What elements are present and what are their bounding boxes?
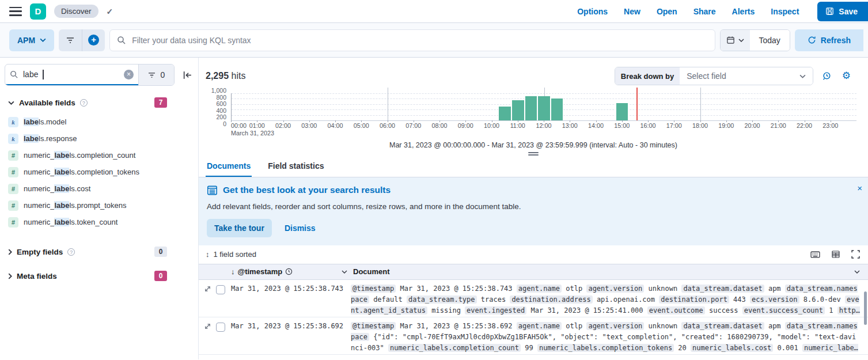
expand-row-icon[interactable] xyxy=(204,285,211,293)
chevron-down-icon xyxy=(40,38,46,42)
document-column-header[interactable]: Document xyxy=(351,267,868,276)
kql-search-input[interactable]: Filter your data using KQL syntax xyxy=(109,29,715,51)
x-tick-mark xyxy=(831,120,831,122)
number-field-icon: # xyxy=(8,200,18,211)
field-filter-count: 0 xyxy=(161,70,165,79)
data-view-picker[interactable]: APM xyxy=(9,29,54,51)
x-tick-label: 02:00 xyxy=(275,122,291,129)
field-list-item[interactable]: klabels.model xyxy=(5,113,194,130)
field-search-input[interactable]: labe × xyxy=(5,65,138,85)
refresh-button[interactable]: Refresh xyxy=(795,29,863,51)
tab-field-statistics[interactable]: Field statistics xyxy=(267,157,325,177)
add-filter-button[interactable]: + xyxy=(82,29,105,51)
x-tick-mark xyxy=(492,120,492,122)
field-filter-button[interactable]: 0 xyxy=(138,65,174,85)
available-fields-header[interactable]: Available fields ? 7 xyxy=(8,97,190,108)
field-list-item[interactable]: #numeric_labels.cost xyxy=(5,180,194,197)
histogram-bar[interactable] xyxy=(498,107,511,120)
y-tick-label: 400 xyxy=(216,107,226,114)
x-tick-mark xyxy=(309,120,310,122)
meta-fields-header[interactable]: Meta fields 0 xyxy=(8,271,190,281)
header-menu-alerts[interactable]: Alerts xyxy=(732,7,755,16)
chevron-down-icon[interactable] xyxy=(854,270,860,274)
histogram-bar[interactable] xyxy=(537,96,551,120)
breakdown-select[interactable]: Select field xyxy=(680,67,813,85)
histogram-bar[interactable] xyxy=(525,96,538,120)
field-name: numeric_labels.completion_count xyxy=(24,151,135,160)
field-list: klabels.modelklabels.response#numeric_la… xyxy=(5,113,194,230)
date-picker-button[interactable] xyxy=(721,30,750,51)
header-menu-options[interactable]: Options xyxy=(577,7,608,16)
field-chip: agent.name xyxy=(517,322,562,330)
field-list-item[interactable]: #numeric_labels.completion_count xyxy=(5,147,194,164)
number-field-icon: # xyxy=(8,150,18,161)
row-checkbox[interactable] xyxy=(216,285,225,294)
x-tick-label: 13:00 xyxy=(562,122,578,129)
field-value: api.openai.com xyxy=(597,295,655,304)
text-cursor xyxy=(43,70,44,79)
field-list-item[interactable]: #numeric_labels.completion_tokens xyxy=(5,164,194,180)
clear-search-icon[interactable]: × xyxy=(124,70,134,79)
take-tour-button[interactable]: Take the tour xyxy=(207,219,272,237)
table-row[interactable]: Mar 31, 2023 @ 15:25:38.743@timestamp Ma… xyxy=(199,280,868,317)
field-value: 99 xyxy=(525,344,533,352)
collapse-sidebar-icon[interactable] xyxy=(181,70,194,81)
keyboard-icon[interactable] xyxy=(810,250,820,259)
x-tick-label: 10:00 xyxy=(484,122,499,129)
dismiss-button[interactable]: Dismiss xyxy=(285,223,316,233)
header-menu-inspect[interactable]: Inspect xyxy=(771,7,799,16)
main-menu-icon[interactable] xyxy=(9,7,22,16)
histogram-chart[interactable]: 1,0008006004002000 00:0001:0002:0003:000… xyxy=(206,93,856,136)
clock-icon xyxy=(285,268,293,275)
saved-queries-icon[interactable] xyxy=(59,29,82,51)
x-tick-mark xyxy=(283,120,284,122)
x-tick-mark xyxy=(439,120,440,122)
histogram-bar[interactable] xyxy=(551,98,564,120)
calendar-icon xyxy=(726,36,735,44)
field-list-item[interactable]: klabels.response xyxy=(5,130,194,147)
save-button[interactable]: Save xyxy=(817,2,868,21)
tab-documents[interactable]: Documents xyxy=(206,157,252,177)
saved-check-icon: ✓ xyxy=(107,7,113,16)
chevron-right-icon xyxy=(8,249,12,255)
fullscreen-icon[interactable] xyxy=(851,250,860,259)
field-list-item[interactable]: #numeric_labels.prompt_tokens xyxy=(5,197,194,214)
document-column-label: Document xyxy=(353,267,390,276)
chart-options-gear-icon[interactable]: ⚙ xyxy=(842,71,851,81)
timestamp-column-header[interactable]: ↓ @timestamp xyxy=(231,267,351,276)
plus-icon: + xyxy=(88,35,99,46)
header-menu-open[interactable]: Open xyxy=(657,7,677,16)
field-chip: destination.port xyxy=(659,295,729,304)
expand-row-icon[interactable] xyxy=(204,323,211,330)
field-value: Mar 31, 2023 @ 15:25:38.743 xyxy=(400,285,512,293)
chart-inspect-icon[interactable] xyxy=(822,71,832,81)
histogram-bar[interactable] xyxy=(616,103,629,120)
table-scrollbar[interactable] xyxy=(864,291,867,325)
field-value: unknown xyxy=(649,322,678,330)
field-list-item[interactable]: #numeric_labels.token_count xyxy=(5,214,194,230)
x-tick-label: 15:00 xyxy=(614,122,630,129)
header-menu-share[interactable]: Share xyxy=(693,7,716,16)
histogram-bar[interactable] xyxy=(511,100,525,120)
number-field-icon: # xyxy=(8,184,18,194)
header-menu-new[interactable]: New xyxy=(624,7,640,16)
chevron-down-icon[interactable] xyxy=(342,270,347,274)
row-density-icon[interactable] xyxy=(831,250,840,259)
sorted-fields-button[interactable]: ↕ 1 field sorted xyxy=(206,250,256,259)
row-checkbox[interactable] xyxy=(216,323,225,332)
x-tick-label: 23:00 xyxy=(822,122,838,129)
field-chip: agent.version xyxy=(586,285,644,293)
field-value: Mar 31, 2023 @ 15:25:38.692 xyxy=(400,322,512,330)
x-tick-mark xyxy=(648,120,649,122)
empty-fields-header[interactable]: Empty fields ? 0 xyxy=(8,247,190,257)
discover-app-icon[interactable]: D xyxy=(30,3,46,20)
close-callout-icon[interactable]: × xyxy=(857,183,862,193)
table-row[interactable]: Mar 31, 2023 @ 15:25:38.692@timestamp Ma… xyxy=(199,317,868,355)
field-value: 20 xyxy=(678,344,686,352)
date-quick-select[interactable]: Today xyxy=(750,30,790,51)
breadcrumb[interactable]: Discover xyxy=(54,5,98,18)
empty-fields-count-badge: 0 xyxy=(154,247,167,257)
panel-resize-handle[interactable] xyxy=(528,152,539,156)
main-panel: 2,295 hits Break down by Select field ⚙ … xyxy=(199,58,868,359)
callout-title: Get the best look at your search results xyxy=(223,185,391,195)
